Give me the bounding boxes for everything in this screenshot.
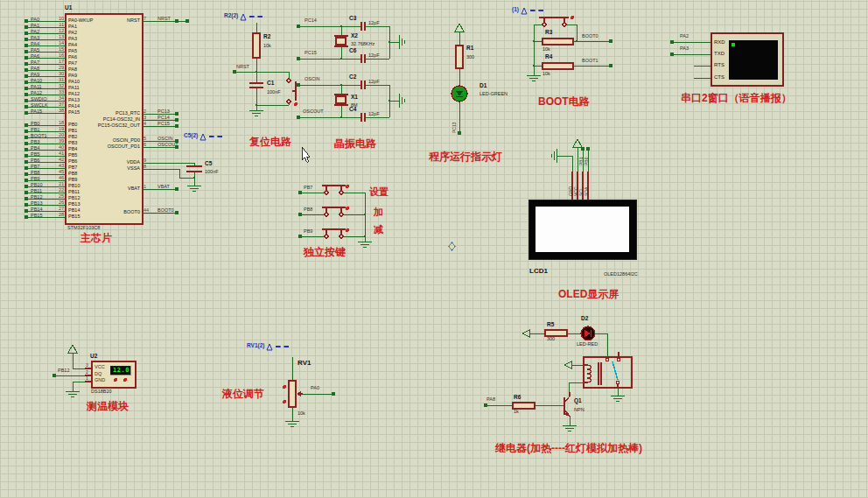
pin-number: 8 bbox=[144, 164, 156, 169]
net-label: PC13 bbox=[158, 109, 170, 114]
mouse-cursor bbox=[302, 147, 310, 162]
pin-name: VDDA bbox=[88, 159, 140, 165]
net-label: PA6 bbox=[31, 53, 39, 59]
net-label: PB13 bbox=[31, 200, 42, 206]
net-label: PA1 bbox=[31, 23, 39, 28]
resistor-value: 300 bbox=[547, 337, 555, 342]
net-label: PA3 bbox=[680, 46, 689, 52]
temp-up-button[interactable] bbox=[123, 378, 127, 382]
pencil-icon bbox=[240, 14, 248, 21]
resistor-value: 10k bbox=[542, 47, 550, 53]
pin-number: 22 bbox=[47, 187, 64, 193]
pin-name: PA14 bbox=[68, 103, 80, 109]
pin-name: DQ bbox=[94, 372, 102, 377]
transistor-ref: Q1 bbox=[574, 398, 582, 404]
caption-serial: 串口2窗口（语音播报） bbox=[681, 93, 792, 103]
pin-number: 25 bbox=[47, 193, 64, 199]
pin-name: NRST bbox=[88, 18, 140, 23]
terminal-square bbox=[24, 93, 28, 96]
led-value: LED-GREEN bbox=[480, 92, 508, 97]
chip-pin-row: PA6 16 PA6 bbox=[24, 54, 140, 60]
pin-number: 27 bbox=[47, 206, 64, 211]
pin-number: 28 bbox=[47, 212, 64, 217]
pin-name: RTS bbox=[714, 62, 724, 67]
terminal-square bbox=[175, 118, 178, 122]
cap-value: 12pF bbox=[368, 112, 380, 117]
terminal-square bbox=[24, 179, 28, 182]
net-label: PB6 bbox=[31, 158, 39, 163]
net-label: VBAT bbox=[158, 184, 170, 189]
net-label: PC14 bbox=[304, 18, 317, 24]
net-label: PB5 bbox=[31, 151, 39, 157]
resistor-ref: R1 bbox=[466, 46, 473, 52]
pin-number: 15 bbox=[47, 46, 64, 52]
net-label: PA8 bbox=[31, 66, 39, 71]
temp-down-button[interactable] bbox=[114, 378, 117, 382]
net-label: PC15 bbox=[304, 51, 317, 56]
chip-pin-row: PA3 13 PA3 bbox=[24, 36, 140, 42]
pin-number: 20 bbox=[47, 132, 64, 137]
pin-number: 46 bbox=[47, 175, 64, 180]
terminal-square bbox=[175, 112, 178, 116]
reset-button[interactable] bbox=[287, 79, 298, 106]
level-down-button[interactable] bbox=[283, 400, 286, 403]
pin-name: OSCOUT_PD1 bbox=[88, 144, 140, 149]
led-ref: D1 bbox=[480, 83, 486, 89]
net-label: PA15 bbox=[31, 109, 42, 114]
chip-pin-row: PC13_RTC 2 PC13 bbox=[88, 110, 191, 116]
terminal-square bbox=[24, 19, 28, 23]
chip-pin-row: PA4 14 PA4 bbox=[24, 42, 140, 48]
pin-name: PA10 bbox=[68, 79, 80, 84]
module-ref: U2 bbox=[90, 354, 97, 360]
terminal-square bbox=[175, 187, 178, 191]
net-label: PA8 bbox=[486, 397, 495, 403]
terminal-square bbox=[24, 38, 28, 41]
pin-number: 26 bbox=[47, 200, 64, 205]
keys-circuit bbox=[298, 185, 372, 247]
resistor-value: 10k bbox=[263, 44, 271, 49]
pin-name: PA8 bbox=[68, 67, 77, 72]
cap-ref: C1 bbox=[267, 81, 274, 87]
pin-number: 44 bbox=[144, 207, 156, 213]
terminal-square bbox=[24, 160, 28, 164]
net-label: PB14 bbox=[31, 207, 42, 212]
net-label-boot0: BOOT0 bbox=[582, 34, 598, 39]
serial-terminal[interactable] bbox=[670, 33, 783, 86]
chip-pin-row: PA5 15 PA5 bbox=[24, 48, 140, 54]
key-set-button[interactable] bbox=[322, 185, 349, 194]
cap-value: 100nF bbox=[267, 90, 281, 95]
level-up-button[interactable] bbox=[283, 385, 286, 389]
relay-circuit bbox=[484, 326, 632, 431]
pin-number: 30 bbox=[47, 71, 64, 76]
led-ref: D2 bbox=[581, 316, 588, 322]
pin-name: PB15 bbox=[68, 214, 80, 219]
pin-name: PB2 bbox=[68, 134, 77, 139]
pin-name: OSCIN_PD0 bbox=[88, 137, 140, 143]
pin-name: PA1 bbox=[68, 24, 77, 29]
probe-dashes bbox=[209, 136, 222, 137]
level-circuit bbox=[283, 357, 335, 426]
key-plus-button[interactable] bbox=[322, 207, 349, 216]
chip-pin-row: OSCOUT_PD1 6 OSCOUT bbox=[88, 144, 191, 150]
oled-display bbox=[528, 200, 636, 259]
cap-ref: C5 bbox=[205, 161, 212, 167]
net-label: PB7 bbox=[304, 186, 312, 191]
chip-pin-row: PC15-OSC32_OUT 4 PC15 bbox=[88, 123, 191, 129]
net-label: PA4 bbox=[31, 41, 39, 46]
key-minus-button[interactable] bbox=[322, 228, 349, 238]
net-label: PB4 bbox=[31, 145, 39, 151]
resistor-ref: R3 bbox=[545, 30, 552, 36]
net-label: PC14 bbox=[158, 115, 170, 120]
probe-dashes bbox=[249, 16, 262, 18]
led-value: LED-RED bbox=[577, 342, 598, 347]
net-label: PA2 bbox=[31, 29, 39, 34]
terminal-square bbox=[24, 203, 28, 207]
resistor-ref: R6 bbox=[514, 395, 521, 401]
chip-pin-row: PA2 12 PA2 bbox=[24, 30, 140, 36]
net-label: PB8 bbox=[304, 207, 312, 213]
cap-value: 12pF bbox=[368, 80, 380, 85]
pin-name: PA6 bbox=[68, 54, 77, 60]
net-label: PB0 bbox=[31, 121, 39, 126]
net-label: PB8 bbox=[31, 170, 39, 175]
caption-temp: 测温模块 bbox=[87, 401, 129, 411]
